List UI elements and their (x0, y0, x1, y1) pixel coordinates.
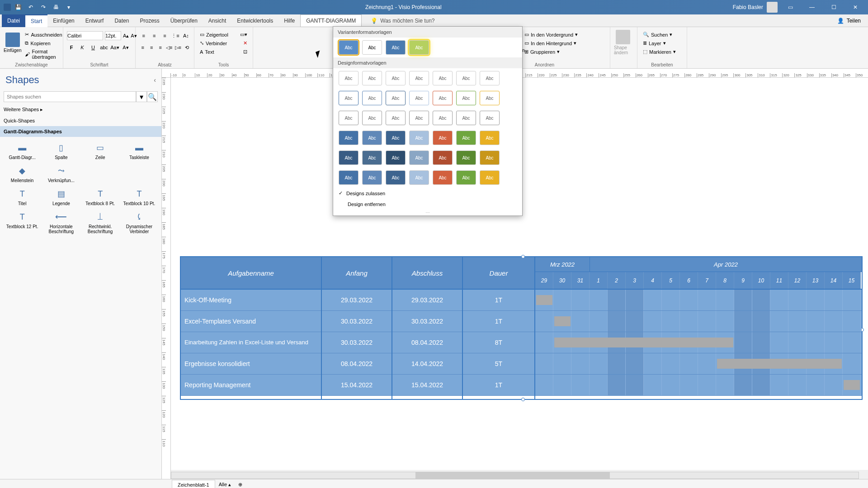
design-style-5-5[interactable]: Abc (456, 170, 476, 185)
col-header-start[interactable]: Anfang (322, 257, 392, 290)
variant-style-2[interactable]: Abc (362, 40, 382, 55)
month-header-2[interactable]: Apr 2022 (590, 257, 862, 272)
copy-button[interactable]: ⧉Kopieren (23, 39, 64, 47)
gantt-timeline-row-0[interactable] (535, 290, 862, 311)
design-style-5-3[interactable]: Abc (409, 170, 429, 185)
design-style-3-6[interactable]: Abc (480, 131, 500, 145)
scroll-thumb-h[interactable] (415, 472, 610, 479)
design-style-3-5[interactable]: Abc (456, 131, 476, 145)
gantt-cell-tasks-3[interactable]: Ergebnisse konsolidiert (181, 353, 321, 375)
design-style-0-0[interactable]: Abc (339, 71, 359, 85)
strikethrough-button[interactable]: abc (99, 43, 108, 52)
gantt-timeline-row-2[interactable] (535, 332, 862, 353)
gantt-cell-starts-4[interactable]: 15.04.2022 (322, 375, 392, 396)
design-style-3-2[interactable]: Abc (386, 131, 406, 145)
design-style-3-1[interactable]: Abc (362, 131, 382, 145)
design-style-0-3[interactable]: Abc (409, 71, 429, 85)
tab-insert[interactable]: Einfügen (47, 14, 80, 27)
design-style-3-4[interactable]: Abc (433, 131, 453, 145)
quick-shapes-item[interactable]: Quick-Shapes (0, 115, 161, 126)
gantt-cell-starts-1[interactable]: 30.03.2022 (322, 311, 392, 332)
shapes-search-button[interactable]: 🔍 (147, 91, 158, 102)
shape-item-3[interactable]: ▬Taskleiste (121, 141, 158, 162)
col-header-dur[interactable]: Dauer (463, 257, 534, 290)
gantt-cell-durs-3[interactable]: 5T (463, 353, 534, 375)
gantt-timeline-row-4[interactable] (535, 375, 862, 396)
tab-gantt-context[interactable]: GANTT-DIAGRAMM (300, 14, 362, 27)
gantt-timeline-row-3[interactable] (535, 353, 862, 375)
variant-style-4[interactable]: Abc (409, 40, 429, 55)
gantt-cell-ends-3[interactable]: 14.04.2022 (392, 353, 462, 375)
tab-data[interactable]: Daten (109, 14, 134, 27)
design-style-5-0[interactable]: Abc (339, 170, 359, 185)
day-header-5[interactable]: 5 (662, 272, 680, 289)
day-header-4[interactable]: 4 (644, 272, 662, 289)
gantt-cell-starts-3[interactable]: 08.04.2022 (322, 353, 392, 375)
shapes-search-dropdown[interactable]: ▾ (136, 91, 147, 102)
shape-item-10[interactable]: TTextblock 8 Pt. (82, 187, 119, 208)
indent-less-button[interactable]: ◁≡ (166, 43, 173, 52)
case-button[interactable]: Aa▾ (110, 43, 119, 52)
align-middle-button[interactable]: ≡ (150, 31, 158, 40)
day-header-13[interactable]: 13 (807, 272, 825, 289)
day-header-30[interactable]: 30 (553, 272, 571, 289)
design-style-1-4[interactable]: Abc (433, 91, 453, 105)
bring-front-button[interactable]: ▭In den Vordergrund▾ (523, 31, 580, 38)
grow-font-button[interactable]: A▴ (123, 31, 129, 40)
shape-item-13[interactable]: ⟵Horizontale Beschriftung (42, 210, 80, 236)
gantt-bar-3[interactable] (717, 359, 842, 369)
tab-developer[interactable]: Entwicklertools (231, 14, 278, 27)
remove-design-item[interactable]: Design entfernen (333, 199, 522, 210)
undo-button[interactable]: ↶ (25, 2, 36, 13)
gantt-cell-tasks-1[interactable]: Excel-Templates Versand (181, 311, 321, 332)
save-button[interactable]: 💾 (13, 2, 24, 13)
design-style-4-0[interactable]: Abc (339, 150, 359, 165)
design-style-0-2[interactable]: Abc (386, 71, 406, 85)
select-button[interactable]: ⬚Markieren▾ (641, 48, 683, 56)
shape-item-14[interactable]: ⟘Rechtwinkl. Beschriftung (82, 210, 119, 236)
search-button[interactable]: 🔍Suchen▾ (641, 31, 683, 38)
day-header-6[interactable]: 6 (680, 272, 698, 289)
design-style-4-5[interactable]: Abc (456, 150, 476, 165)
shape-item-15[interactable]: ⤹Dynamischer Verbinder (121, 210, 158, 236)
design-style-5-2[interactable]: Abc (386, 170, 406, 185)
close-button[interactable]: ✕ (846, 2, 864, 13)
share-button[interactable]: 👤 Teilen (837, 18, 868, 24)
vertical-ruler[interactable]: 2352302252202152102052001951901851801751… (162, 78, 171, 479)
day-header-29[interactable]: 29 (535, 272, 553, 289)
canvas-scrollbar-h[interactable] (171, 472, 859, 479)
design-style-5-1[interactable]: Abc (362, 170, 382, 185)
shape-item-1[interactable]: ▯Spalte (42, 141, 80, 162)
design-style-1-0[interactable]: Abc (339, 91, 359, 105)
design-style-0-5[interactable]: Abc (456, 71, 476, 85)
maximize-button[interactable]: ☐ (825, 2, 843, 13)
month-header-1[interactable]: Mrz 2022 (535, 257, 590, 272)
design-style-4-4[interactable]: Abc (433, 150, 453, 165)
gantt-shapes-item[interactable]: Gantt-Diagramm-Shapes (0, 126, 161, 137)
day-header-15[interactable]: 15 (843, 272, 861, 289)
sheets-all-button[interactable]: Alle ▴ (215, 480, 235, 488)
shapes-collapse-button[interactable]: ‹ (154, 76, 156, 84)
shapes-search-input[interactable] (4, 91, 136, 102)
shape-item-9[interactable]: ▤Legende (42, 187, 80, 208)
design-style-4-2[interactable]: Abc (386, 150, 406, 165)
variant-style-3[interactable]: Abc (386, 40, 406, 55)
align-top-button[interactable]: ≡ (139, 31, 148, 40)
gantt-bar-4[interactable] (844, 380, 860, 390)
new-sheet-button[interactable]: ⊕ (235, 480, 246, 488)
rotate-text-button[interactable]: ⟲ (184, 43, 191, 52)
day-header-31[interactable]: 31 (571, 272, 590, 289)
pointer-tool-button[interactable]: ▭Zeigertool▭▾ (198, 31, 249, 38)
design-style-1-2[interactable]: Abc (386, 91, 406, 105)
more-shapes-item[interactable]: Weitere Shapes ▸ (0, 104, 161, 115)
shape-item-11[interactable]: TTextblock 10 Pt. (121, 187, 158, 208)
gantt-cell-tasks-2[interactable]: Einarbeitung Zahlen in Excel-Liste und V… (181, 332, 321, 353)
gantt-cell-starts-0[interactable]: 29.03.2022 (322, 290, 392, 311)
shape-item-12[interactable]: TTextblock 12 Pt. (4, 210, 41, 236)
gantt-cell-starts-2[interactable]: 30.03.2022 (322, 332, 392, 353)
gantt-cell-tasks-4[interactable]: Reporting Management (181, 375, 321, 396)
design-style-3-3[interactable]: Abc (409, 131, 429, 145)
design-style-1-6[interactable]: Abc (480, 91, 500, 105)
ribbon-display-button[interactable]: ▭ (781, 2, 799, 13)
day-header-1[interactable]: 1 (590, 272, 608, 289)
